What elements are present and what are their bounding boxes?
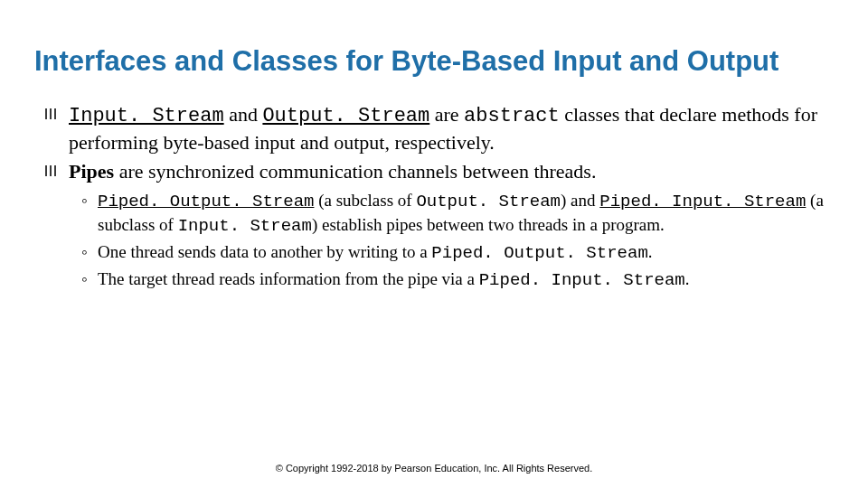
- bullet-item: Input. Stream and Output. Stream are abs…: [45, 101, 834, 156]
- slide: Interfaces and Classes for Byte-Based In…: [0, 0, 868, 488]
- sub-bullet-item: One thread sends data to another by writ…: [81, 240, 834, 266]
- code-inputstream: Input. Stream: [69, 105, 224, 127]
- code-inputstream: Input. Stream: [178, 216, 312, 236]
- text: and: [224, 103, 263, 126]
- sub-bullet-item: Piped. Output. Stream (a subclass of Out…: [81, 189, 834, 239]
- code-outputstream: Output. Stream: [262, 105, 429, 127]
- code-pipedoutputstream: Piped. Output. Stream: [98, 192, 314, 211]
- code-pipedinputstream: Piped. Input. Stream: [599, 192, 806, 211]
- text: .: [648, 242, 653, 261]
- sub-bullet-item: The target thread reads information from…: [81, 267, 834, 293]
- bullet-item: Pipes are synchronized communication cha…: [45, 158, 834, 185]
- text: ) and: [561, 191, 599, 210]
- main-bullets: Input. Stream and Output. Stream are abs…: [34, 101, 834, 185]
- text: are synchronized communication channels …: [114, 160, 596, 183]
- text: The target thread reads information from…: [98, 269, 479, 288]
- copyright-footer: © Copyright 1992-2018 by Pearson Educati…: [0, 463, 868, 474]
- text: (a subclass of: [314, 191, 416, 210]
- text: are: [429, 103, 464, 126]
- sub-bullets: Piped. Output. Stream (a subclass of Out…: [34, 189, 834, 293]
- slide-title: Interfaces and Classes for Byte-Based In…: [34, 45, 834, 78]
- code-pipedoutputstream: Piped. Output. Stream: [431, 243, 647, 263]
- code-outputstream: Output. Stream: [416, 192, 561, 211]
- text: .: [685, 269, 690, 288]
- code-pipedinputstream: Piped. Input. Stream: [479, 270, 685, 290]
- text-pipes: Pipes: [69, 160, 114, 183]
- code-abstract: abstract: [464, 105, 560, 127]
- text: ) establish pipes between two threads in…: [312, 215, 665, 234]
- text: One thread sends data to another by writ…: [98, 242, 431, 261]
